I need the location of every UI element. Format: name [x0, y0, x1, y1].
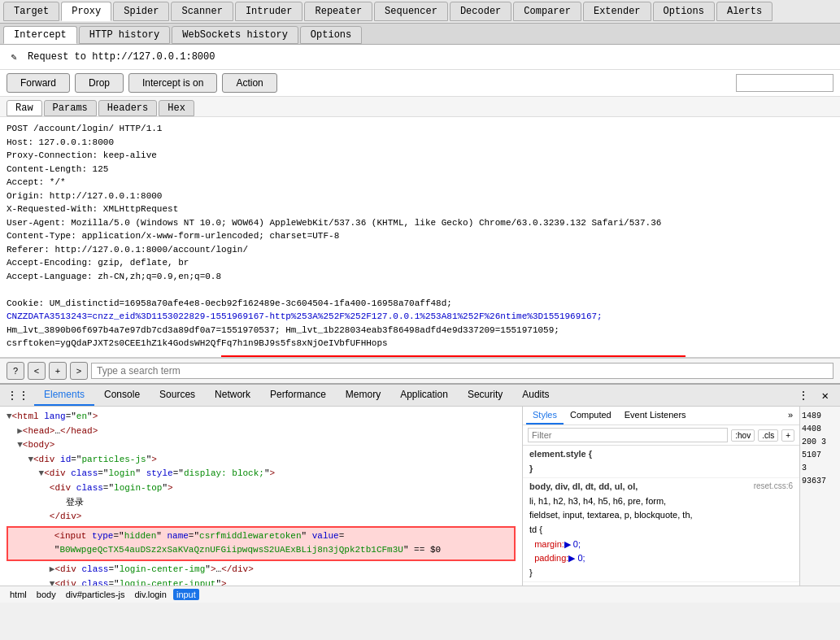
tab-proxy[interactable]: Proxy: [61, 2, 111, 21]
devtools-tabs: ⋮⋮ Elements Console Sources Network Perf…: [0, 385, 840, 407]
chevron-icon[interactable]: »: [785, 407, 796, 424]
tab-sequencer[interactable]: Sequencer: [374, 2, 448, 21]
breadcrumb-html[interactable]: html: [7, 589, 30, 600]
pseudo-add-btn[interactable]: +: [781, 429, 794, 442]
devtools-tab-audits[interactable]: Audits: [512, 385, 559, 406]
sub-tabs: Intercept HTTP history WebSockets histor…: [0, 24, 840, 45]
styles-filter-input[interactable]: [528, 428, 728, 442]
subtab-intercept[interactable]: Intercept: [3, 26, 77, 44]
http-line-blue: CNZZDATA3513243=cnzz_eid%3D1153022829-15…: [7, 310, 833, 324]
styles-tab-event-listeners[interactable]: Event Listeners: [618, 407, 693, 424]
tab-decoder[interactable]: Decoder: [450, 2, 511, 21]
http-line: Host: 127.0.0.1:8000: [7, 136, 833, 150]
breadcrumb-bar: html body div#particles-js div.login inp…: [0, 586, 840, 603]
styles-tabs: Styles Computed Event Listeners »: [523, 407, 799, 425]
breadcrumb-particles[interactable]: div#particles-js: [63, 589, 128, 600]
http-line: Proxy-Connection: keep-alive: [7, 149, 833, 163]
more-icon[interactable]: ⋮: [793, 385, 814, 406]
pseudo-hov-btn[interactable]: :hov: [731, 429, 755, 442]
format-tab-params[interactable]: Params: [44, 100, 97, 116]
http-line: Hm_lvt_3890b06f697b4a7e97db7cd3a89df0a7=…: [7, 324, 833, 337]
devtools-tab-memory[interactable]: Memory: [336, 385, 390, 406]
tab-extender[interactable]: Extender: [583, 2, 651, 21]
breadcrumb-login[interactable]: div.login: [131, 589, 170, 600]
devtools-icons: ⋮ ✕: [793, 385, 833, 406]
devtools-content: ▼<html lang="en"> ▶<head>…</head> ▼<body…: [0, 407, 840, 586]
right-numbers-panel: 1489 4408 200 3 5107 3 93637: [799, 407, 840, 586]
breadcrumb-input[interactable]: input: [173, 589, 199, 600]
devtools-tab-elements[interactable]: Elements: [34, 385, 94, 406]
tab-options[interactable]: Options: [653, 2, 715, 21]
tab-scanner[interactable]: Scanner: [171, 2, 233, 21]
styles-filter-bar: :hov .cls +: [523, 425, 799, 446]
intercept-panel: ✎ Request to http://127.0.0.1:8000 Forwa…: [0, 45, 840, 358]
styles-tab-computed[interactable]: Computed: [564, 407, 618, 424]
search-input[interactable]: [91, 363, 833, 379]
devtools-tab-console[interactable]: Console: [94, 385, 150, 406]
pseudo-cls-btn[interactable]: .cls: [758, 429, 778, 442]
intercept-on-button[interactable]: Intercept is on: [128, 73, 217, 93]
nav-forward-button[interactable]: >: [70, 362, 88, 380]
devtools-tab-application[interactable]: Application: [390, 385, 458, 406]
http-line: csrftoken=ygQdaPJXT2s0CEE1hZ1k4GodsWH2Qf…: [7, 337, 833, 350]
format-tab-headers[interactable]: Headers: [98, 100, 157, 116]
format-tab-raw[interactable]: Raw: [7, 100, 42, 116]
tab-repeater[interactable]: Repeater: [304, 2, 372, 21]
dom-line: ▼<div id="particles-js">: [7, 453, 516, 468]
breadcrumb-body[interactable]: body: [33, 589, 59, 600]
http-line: Accept: */*: [7, 176, 833, 189]
nav-add-button[interactable]: +: [49, 362, 67, 380]
dom-line: ▼<div class="login-center-input">: [7, 577, 516, 586]
search-input-right[interactable]: [736, 74, 833, 92]
styles-tab-styles[interactable]: Styles: [526, 407, 564, 424]
http-line: User-Agent: Mozilla/5.0 (Windows NT 10.0…: [7, 216, 833, 230]
bottom-search-bar: ? < + >: [0, 358, 840, 383]
dom-line: ▼<div class="login" style="display: bloc…: [7, 467, 516, 481]
tab-target[interactable]: Target: [3, 2, 59, 21]
http-line: X-Requested-With: XMLHttpRequest: [7, 202, 833, 216]
devtools-tab-performance[interactable]: Performance: [260, 385, 336, 406]
http-line: Content-Type: application/x-www-form-url…: [7, 229, 833, 243]
devtools-tab-security[interactable]: Security: [458, 385, 512, 406]
devtools-tab-sources[interactable]: Sources: [150, 385, 205, 406]
tab-alerts[interactable]: Alerts: [716, 2, 773, 21]
right-number: 5107: [802, 449, 838, 462]
dom-highlighted-line: <input type="hidden" name="csrfmiddlewar…: [7, 526, 516, 561]
http-line: [7, 283, 833, 297]
dom-line: </div>: [7, 510, 516, 525]
tab-intruder[interactable]: Intruder: [235, 2, 303, 21]
http-line: Origin: http://127.0.0.1:8000: [7, 189, 833, 203]
style-rule: element.style { }: [523, 446, 799, 478]
right-number: 93637: [802, 475, 838, 488]
dom-line: ▶<head>…</head>: [7, 424, 516, 439]
dom-line: <div class="login-top">: [7, 481, 516, 496]
menu-bar: Target Proxy Spider Scanner Intruder Rep…: [0, 0, 840, 24]
dom-line: 登录: [7, 496, 516, 511]
subtab-websockets[interactable]: WebSockets history: [172, 26, 298, 44]
http-line: POST /account/login/ HTTP/1.1: [7, 122, 833, 136]
dom-line: ▼<body>: [7, 438, 516, 453]
action-button[interactable]: Action: [222, 73, 276, 93]
drop-button[interactable]: Drop: [75, 73, 124, 93]
http-line: Cookie: UM_distinctid=16958a70afe4e8-0ec…: [7, 297, 833, 311]
help-button[interactable]: ?: [7, 362, 24, 380]
tab-spider[interactable]: Spider: [113, 2, 169, 21]
dom-tree: ▼<html lang="en"> ▶<head>…</head> ▼<body…: [0, 407, 523, 586]
dom-line: ▶<div class="login-center-img">…</div>: [7, 563, 516, 577]
post-data-line: username=test&password=test&safecode=ISA…: [7, 355, 833, 358]
tab-comparer[interactable]: Comparer: [513, 2, 581, 21]
right-number: 4408: [802, 423, 838, 436]
style-rule: body, div, dl, dt, dd, ul, ol, reset.css…: [523, 478, 799, 582]
format-tab-hex[interactable]: Hex: [159, 100, 194, 116]
subtab-http-history[interactable]: HTTP history: [79, 26, 170, 44]
devtools-panel: ⋮⋮ Elements Console Sources Network Perf…: [0, 383, 840, 603]
nav-back-button[interactable]: <: [28, 362, 46, 380]
http-line: Accept-Encoding: gzip, deflate, br: [7, 256, 833, 270]
http-content: POST /account/login/ HTTP/1.1 Host: 127.…: [0, 117, 840, 357]
request-url: Request to http://127.0.0.1:8000: [28, 51, 215, 63]
devtools-tab-network[interactable]: Network: [205, 385, 260, 406]
request-info: ✎ Request to http://127.0.0.1:8000: [0, 45, 840, 70]
subtab-options[interactable]: Options: [300, 26, 362, 44]
forward-button[interactable]: Forward: [7, 73, 70, 93]
close-icon[interactable]: ✕: [817, 385, 833, 406]
